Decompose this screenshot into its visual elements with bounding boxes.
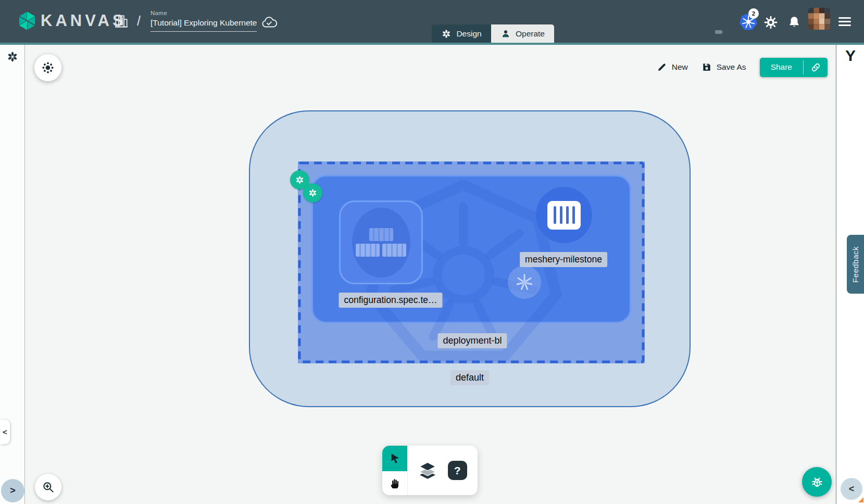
hamburger-menu-icon[interactable] [838,17,851,26]
node-meshery-milestone[interactable] [536,187,592,243]
node-label-default-namespace[interactable]: default [450,370,489,385]
bug-report-button[interactable] [802,467,832,497]
magnifier-plus-icon [42,481,55,494]
save-as-button[interactable]: Save As [702,62,746,72]
operate-person-icon [500,29,511,39]
design-swirl-icon [441,29,452,39]
node-label-deployment[interactable]: deployment-bl [437,333,507,348]
layers-button[interactable] [418,461,437,480]
new-button[interactable]: New [657,62,688,72]
containers-icon [356,228,406,257]
hand-icon [389,477,401,489]
feedback-label: Feedback [851,246,860,283]
mode-toggle: Design Operate [432,24,554,43]
meshery-rail-icon[interactable] [6,51,19,63]
save-as-label: Save As [717,62,746,72]
collapse-panel-handle[interactable]: < [0,420,10,444]
pencil-icon [657,62,667,72]
node-label-configuration[interactable]: configuration.spec.te… [339,293,443,308]
save-icon [702,62,712,72]
select-tool-button[interactable] [382,446,407,471]
help-glyph: ? [454,464,461,477]
design-name-input[interactable] [151,17,257,32]
avatar-pixelated-photo [808,8,830,30]
node-label-milestone[interactable]: meshery-milestone [520,252,607,267]
layer5-panel-icon[interactable]: Y [836,47,864,65]
chevron-left-icon: < [3,427,7,436]
user-avatar[interactable] [808,8,830,30]
notifications-bell-icon[interactable] [787,15,802,30]
canvas-toolbar: ? [382,446,478,495]
design-tab-label: Design [456,29,481,39]
pan-tool-button[interactable] [382,471,407,495]
new-label: New [672,62,688,72]
tooltip-remnant-mark [715,30,722,34]
share-button-group: Share [760,58,828,77]
bug-icon [810,475,824,489]
tab-design[interactable]: Design [432,24,491,43]
header-accent-line [0,43,864,45]
organization-building-icon[interactable] [114,14,129,29]
share-button[interactable]: Share [760,58,803,77]
expand-sidebar-button[interactable]: > [1,479,24,502]
name-field-label: Name [151,10,257,16]
settings-gear-icon[interactable] [763,15,778,30]
kubernetes-helm-badge [508,266,541,299]
components-dock-button[interactable] [34,54,61,81]
design-name-field: Name [151,10,257,32]
link-icon [810,62,821,73]
resize-corner-mark [858,497,863,502]
breadcrumb-separator: / [137,14,141,29]
kanvas-logo-icon [17,11,37,31]
copy-link-button[interactable] [804,58,828,77]
kubernetes-context-switcher[interactable]: 2 [739,12,758,31]
chevron-left-icon: < [849,484,855,495]
operate-tab-label: Operate [516,29,545,39]
cloud-sync-icon[interactable] [260,15,278,29]
dock-wheel-icon [41,61,55,74]
node-configuration[interactable] [339,200,423,284]
feedback-tab[interactable]: Feedback [847,235,864,294]
context-count-badge: 2 [748,8,759,19]
collapse-right-rail-button[interactable]: < [841,478,862,500]
chevron-right-icon: > [10,485,16,496]
cursor-arrow-icon [389,452,402,465]
tab-operate[interactable]: Operate [491,24,554,43]
meshery-badge-icon[interactable] [303,183,322,203]
help-button[interactable]: ? [448,461,467,480]
zoom-in-button[interactable] [35,474,61,500]
canvas-actions: New Save As Share [657,57,828,77]
container-icon [547,201,581,230]
